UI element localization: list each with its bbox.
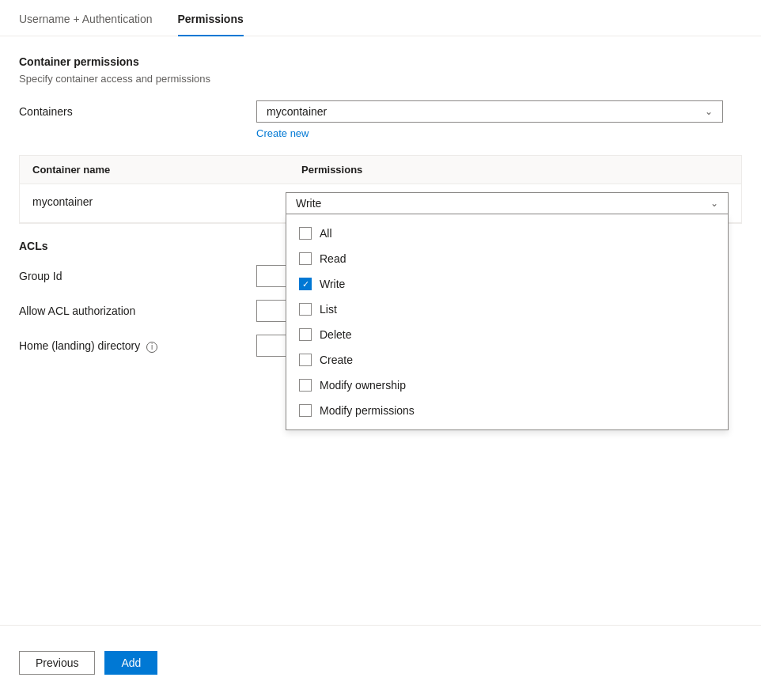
option-delete-label: Delete <box>320 328 351 341</box>
option-create-label: Create <box>320 354 353 366</box>
tabs-bar: Username + Authentication Permissions <box>0 0 761 36</box>
option-write-label: Write <box>320 278 345 290</box>
option-modify-ownership-label: Modify ownership <box>320 379 406 392</box>
chevron-down-icon: ⌄ <box>705 106 713 117</box>
section-description: Specify container access and permissions <box>19 73 742 85</box>
section-title: Container permissions <box>19 55 742 68</box>
permissions-dropdown[interactable]: Write ⌄ <box>286 192 729 214</box>
home-dir-label: Home (landing) directory i <box>19 335 256 353</box>
cell-permissions: Write ⌄ All Read <box>273 184 741 222</box>
option-create[interactable]: Create <box>286 347 728 373</box>
add-button[interactable]: Add <box>104 651 157 675</box>
option-read[interactable]: Read <box>286 246 728 271</box>
container-table: Container name Permissions mycontainer W… <box>19 155 742 224</box>
cell-container-name: mycontainer <box>20 184 273 216</box>
option-all-label: All <box>320 227 332 240</box>
chevron-down-icon-perm: ⌄ <box>710 198 718 209</box>
footer: Previous Add <box>0 625 761 700</box>
tab-permissions[interactable]: Permissions <box>178 13 244 36</box>
checkbox-read[interactable] <box>299 252 312 265</box>
checkbox-write[interactable] <box>299 278 312 290</box>
tab-username-auth[interactable]: Username + Authentication <box>19 13 153 36</box>
allow-acl-label: Allow ACL authorization <box>19 300 256 317</box>
checkbox-all[interactable] <box>299 227 312 240</box>
col-header-container-name: Container name <box>20 156 289 184</box>
checkbox-delete[interactable] <box>299 328 312 341</box>
option-list-label: List <box>320 303 337 316</box>
containers-dropdown[interactable]: mycontainer ⌄ <box>256 100 723 123</box>
permissions-selected-value: Write <box>296 197 321 210</box>
checkbox-list[interactable] <box>299 303 312 316</box>
containers-row: Containers mycontainer ⌄ Create new <box>19 100 742 139</box>
group-id-label: Group Id <box>19 265 256 282</box>
previous-button[interactable]: Previous <box>19 651 95 675</box>
create-new-link[interactable]: Create new <box>256 127 309 139</box>
option-modify-permissions[interactable]: Modify permissions <box>286 398 728 423</box>
checkbox-modify-permissions[interactable] <box>299 404 312 417</box>
permissions-dropdown-wrapper: Write ⌄ All Read <box>286 192 729 214</box>
permissions-dropdown-menu: All Read Write List <box>286 214 729 430</box>
option-delete[interactable]: Delete <box>286 322 728 347</box>
option-write[interactable]: Write <box>286 271 728 297</box>
home-dir-info-icon[interactable]: i <box>146 342 157 353</box>
containers-control: mycontainer ⌄ Create new <box>256 100 742 139</box>
checkbox-create[interactable] <box>299 354 312 366</box>
containers-label: Containers <box>19 100 256 118</box>
main-content: Container permissions Specify container … <box>0 36 761 357</box>
table-row: mycontainer Write ⌄ All <box>20 184 741 223</box>
option-all[interactable]: All <box>286 221 728 246</box>
table-header: Container name Permissions <box>20 156 741 184</box>
containers-selected-value: mycontainer <box>267 105 327 118</box>
col-header-permissions: Permissions <box>289 156 741 184</box>
option-list[interactable]: List <box>286 297 728 322</box>
option-modify-ownership[interactable]: Modify ownership <box>286 373 728 398</box>
option-modify-permissions-label: Modify permissions <box>320 404 415 417</box>
option-read-label: Read <box>320 252 346 265</box>
checkbox-modify-ownership[interactable] <box>299 379 312 392</box>
